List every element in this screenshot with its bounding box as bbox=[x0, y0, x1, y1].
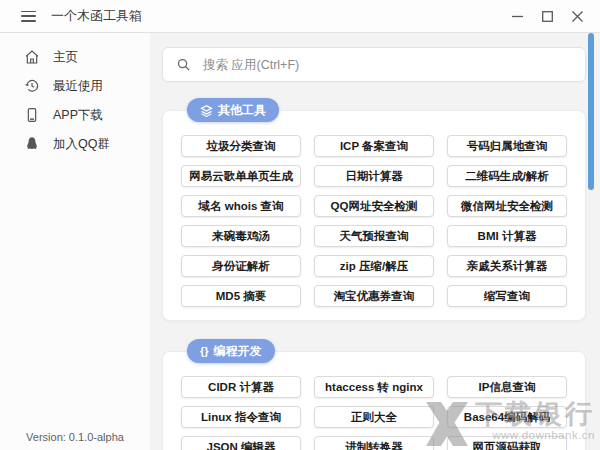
main-content: 其他工具 垃圾分类查询 ICP 备案查询 号码归属地查询 网易云歌单单页生成 日… bbox=[150, 33, 600, 450]
close-icon bbox=[572, 11, 583, 22]
tool-button[interactable]: IP信息查询 bbox=[447, 376, 567, 398]
tool-card: 垃圾分类查询 ICP 备案查询 号码归属地查询 网易云歌单单页生成 日期计算器 … bbox=[162, 110, 586, 321]
section-badge: {} 编程开发 bbox=[187, 339, 275, 363]
tool-grid: CIDR 计算器 htaccess 转 nginx IP信息查询 Linux 指… bbox=[181, 376, 567, 450]
sidebar: 主页 最近使用 APP下载 加入QQ群 Version: 0.1.0-alpha bbox=[0, 33, 150, 450]
tool-button[interactable]: zip 压缩/解压 bbox=[314, 255, 434, 277]
smartphone-icon bbox=[24, 107, 40, 123]
tool-button[interactable]: 来碗毒鸡汤 bbox=[181, 225, 301, 247]
titlebar: 一个木函工具箱 bbox=[0, 0, 600, 33]
menu-icon[interactable] bbox=[21, 11, 36, 22]
tool-button[interactable]: 亲戚关系计算器 bbox=[447, 255, 567, 277]
version-label: Version: 0.1.0-alpha bbox=[0, 431, 150, 443]
sidebar-item-join-qq[interactable]: 加入QQ群 bbox=[0, 133, 150, 155]
tool-card: CIDR 计算器 htaccess 转 nginx IP信息查询 Linux 指… bbox=[162, 351, 586, 450]
search-box[interactable] bbox=[162, 47, 586, 82]
tool-button[interactable]: 天气预报查询 bbox=[314, 225, 434, 247]
maximize-icon bbox=[542, 11, 553, 22]
tool-button[interactable]: MD5 摘要 bbox=[181, 285, 301, 307]
home-icon bbox=[24, 49, 40, 65]
tool-button[interactable]: 域名 whois 查询 bbox=[181, 195, 301, 217]
window-title: 一个木函工具箱 bbox=[51, 7, 142, 25]
tool-button[interactable]: 正则大全 bbox=[314, 406, 434, 428]
tool-button[interactable]: 网易云歌单单页生成 bbox=[181, 165, 301, 187]
sidebar-item-label: 加入QQ群 bbox=[53, 136, 110, 153]
tool-button[interactable]: Base64编码解码 bbox=[447, 406, 567, 428]
code-braces-icon: {} bbox=[200, 346, 209, 357]
sidebar-item-recent[interactable]: 最近使用 bbox=[0, 75, 150, 97]
sidebar-item-label: 最近使用 bbox=[53, 78, 103, 95]
search-input[interactable] bbox=[203, 58, 572, 72]
window-controls bbox=[502, 1, 592, 31]
section-title: 编程开发 bbox=[214, 343, 262, 360]
tool-button[interactable]: 日期计算器 bbox=[314, 165, 434, 187]
tool-button[interactable]: 缩写查询 bbox=[447, 285, 567, 307]
minimize-icon bbox=[512, 11, 523, 22]
sidebar-item-label: 主页 bbox=[53, 49, 78, 66]
sidebar-item-app-download[interactable]: APP下载 bbox=[0, 104, 150, 126]
history-icon bbox=[24, 78, 40, 94]
tool-grid: 垃圾分类查询 ICP 备案查询 号码归属地查询 网易云歌单单页生成 日期计算器 … bbox=[181, 135, 567, 307]
maximize-button[interactable] bbox=[532, 1, 562, 31]
app-window: 一个木函工具箱 主页 最近使用 A bbox=[0, 0, 600, 450]
close-button[interactable] bbox=[562, 1, 592, 31]
tool-button[interactable]: 垃圾分类查询 bbox=[181, 135, 301, 157]
tool-button[interactable]: 号码归属地查询 bbox=[447, 135, 567, 157]
layers-icon bbox=[200, 104, 213, 117]
section-badge: 其他工具 bbox=[187, 98, 279, 122]
minimize-button[interactable] bbox=[502, 1, 532, 31]
tool-button[interactable]: Linux 指令查询 bbox=[181, 406, 301, 428]
scrollbar[interactable] bbox=[588, 33, 594, 190]
tool-button[interactable]: JSON 编辑器 bbox=[181, 436, 301, 450]
sidebar-item-label: APP下载 bbox=[53, 107, 103, 124]
tool-button[interactable]: htaccess 转 nginx bbox=[314, 376, 434, 398]
qq-icon bbox=[24, 136, 40, 152]
tool-button[interactable]: 网页源码获取 bbox=[447, 436, 567, 450]
tool-button[interactable]: ICP 备案查询 bbox=[314, 135, 434, 157]
section-other-tools: 其他工具 垃圾分类查询 ICP 备案查询 号码归属地查询 网易云歌单单页生成 日… bbox=[162, 110, 586, 321]
tool-button[interactable]: 微信网址安全检测 bbox=[447, 195, 567, 217]
tool-button[interactable]: 淘宝优惠券查询 bbox=[314, 285, 434, 307]
tool-button[interactable]: QQ网址安全检测 bbox=[314, 195, 434, 217]
tool-button[interactable]: BMI 计算器 bbox=[447, 225, 567, 247]
sidebar-item-home[interactable]: 主页 bbox=[0, 46, 150, 68]
tool-button[interactable]: 身份证解析 bbox=[181, 255, 301, 277]
search-icon bbox=[176, 57, 191, 72]
tool-button[interactable]: 二维码生成/解析 bbox=[447, 165, 567, 187]
section-title: 其他工具 bbox=[218, 102, 266, 119]
tool-button[interactable]: 进制转换器 bbox=[314, 436, 434, 450]
section-programming: {} 编程开发 CIDR 计算器 htaccess 转 nginx IP信息查询… bbox=[162, 351, 586, 450]
tool-button[interactable]: CIDR 计算器 bbox=[181, 376, 301, 398]
